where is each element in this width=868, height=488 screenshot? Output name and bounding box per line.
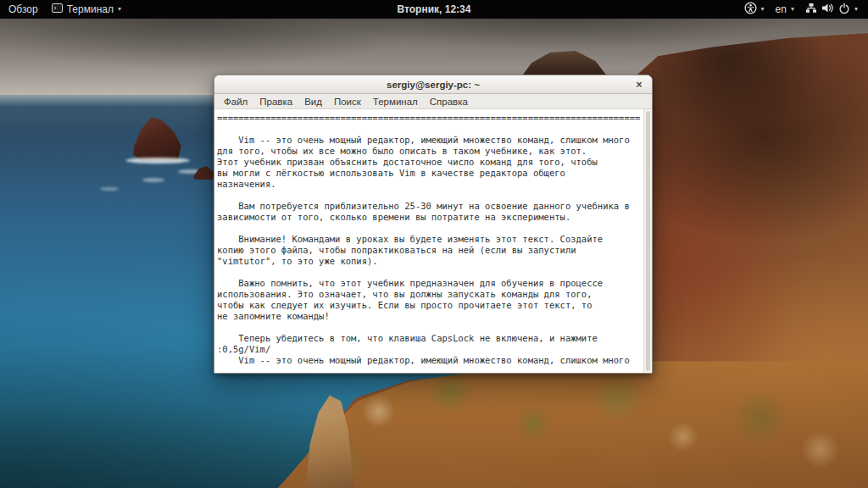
terminal-line [217,267,642,278]
menu-item-0[interactable]: Файл [218,96,253,108]
terminal-window: sergiy@sergiy-pc: ~ × ФайлПравкаВидПоиск… [214,75,653,374]
accessibility-icon [744,2,757,17]
terminal-line [217,190,642,201]
terminal-line: вы могли с лёгкостью использовать Vim в … [217,168,642,179]
menu-item-3[interactable]: Поиск [328,96,367,108]
terminal-line: использования. Это означает, что вы долж… [217,289,642,300]
terminal-line [217,223,642,234]
volume-icon [821,3,834,16]
terminal-line: Важно помнить, что этот учебник предназн… [217,278,642,289]
app-menu-terminal[interactable]: Терминал ▾ [52,0,121,19]
terminal-line: ========================================… [217,113,642,124]
terminal-line: :0,5g/Vim/ [217,344,642,355]
terminal-line [217,322,642,333]
terminal-line: Теперь убедитесь в том, что клавиша Caps… [217,333,642,344]
chevron-down-icon: ▾ [791,6,794,13]
accessibility-menu[interactable]: ▾ [744,0,765,19]
terminal-line: Vim -- это очень мощный редактор, имеющи… [217,135,642,146]
terminal-line: копию этого файла, чтобы попрактиковатьс… [217,245,642,256]
terminal-app-icon [52,3,63,15]
top-panel: Обзор Терминал ▾ Вторник, 12:34 ▾ en ▾ [0,0,868,19]
chevron-down-icon: ▾ [854,6,858,13]
terminal-line: не запомните команды! [217,311,642,322]
terminal-menubar: ФайлПравкаВидПоискТерминалСправка [214,94,652,109]
activities-label: Обзор [8,3,38,15]
system-status-area[interactable]: ▾ [805,0,858,19]
wallpaper-surf-foam [142,178,164,182]
terminal-line: для того, чтобы их все можно было описат… [217,146,642,157]
terminal-line: чтобы как следует их изучить. Если вы пр… [217,300,642,311]
terminal-line [217,124,642,135]
close-button[interactable]: × [632,78,646,92]
menu-item-5[interactable]: Справка [424,96,474,108]
keyboard-layout-label: en [776,3,787,15]
scrollbar-thumb[interactable] [646,111,650,371]
network-wired-icon [805,3,817,16]
terminal-scrollbar[interactable] [643,109,652,373]
menu-item-2[interactable]: Вид [298,96,328,108]
chevron-down-icon: ▾ [118,6,121,13]
terminal-line: назначения. [217,179,642,190]
chevron-down-icon: ▾ [761,6,765,13]
terminal-line: "vimtutor", то это уже копия). [217,256,642,267]
menu-item-1[interactable]: Правка [253,96,298,108]
window-title: sergiy@sergiy-pc: ~ [387,80,480,90]
terminal-line: Этот учебник призван объяснить достаточн… [217,157,642,168]
window-titlebar[interactable]: sergiy@sergiy-pc: ~ × [214,75,652,94]
terminal-line: зависимости от того, сколько времени вы … [217,212,642,223]
wallpaper-surf-foam [125,158,190,164]
keyboard-layout-menu[interactable]: en ▾ [776,0,794,19]
terminal-content[interactable]: ========================================… [214,109,652,373]
terminal-line: Vim -- это очень мощный редактор, имеющи… [217,355,642,366]
clock[interactable]: Вторник, 12:34 [0,3,868,15]
terminal-line: Вам потребуется приблизительно 25-30 мин… [217,201,642,212]
app-menu-label: Терминал [67,3,114,15]
wallpaper-surf-foam [100,187,119,191]
menu-item-4[interactable]: Терминал [367,96,424,108]
terminal-line: Внимание! Командами в уроках вы будете и… [217,234,642,245]
activities-button[interactable]: Обзор [8,0,38,19]
power-icon [838,3,850,17]
